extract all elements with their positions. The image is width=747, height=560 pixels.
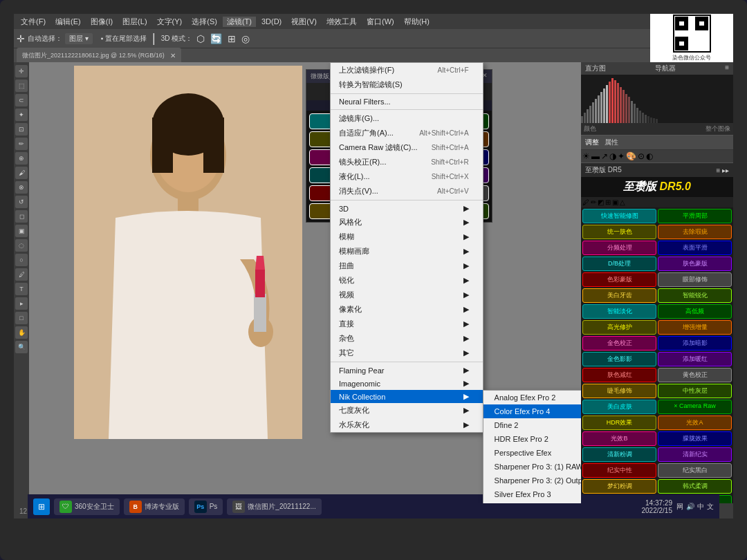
move-tool[interactable]: ✛ — [15, 65, 28, 77]
network-icon[interactable]: 网 — [676, 502, 683, 512]
dr5-btn-1[interactable]: 平滑周部 — [658, 209, 732, 223]
document-tab[interactable]: 微信图片_20211222180612.jpg @ 12.5% (RGB/16)… — [17, 48, 181, 63]
menu-item-flaming[interactable]: Flaming Pear▶ — [331, 364, 483, 377]
menu-item-last-filter[interactable]: 上次滤镜操作(F) Alt+Ctrl+F — [331, 63, 483, 77]
dr5-btn-23[interactable]: 中性灰层 — [658, 384, 732, 398]
curves-icon[interactable]: ↗ — [601, 151, 608, 161]
eyedropper-tool[interactable]: ✏ — [15, 138, 28, 150]
dr5-btn-12[interactable]: 智能淡化 — [582, 304, 656, 319]
dr5-btn-29[interactable]: 朦胧效果 — [658, 431, 732, 446]
text-tool[interactable]: T — [15, 283, 28, 295]
history-tool[interactable]: ↺ — [15, 196, 28, 208]
gradient-tool[interactable]: ▣ — [15, 225, 28, 237]
colorbalance-icon[interactable]: ⊙ — [638, 151, 645, 161]
start-button[interactable]: ⊞ — [33, 498, 50, 515]
menu-item-imagenomic[interactable]: Imagenomic▶ — [331, 377, 483, 390]
nik-analog[interactable]: Analog Efex Pro 2 — [483, 391, 581, 404]
dr5-btn-19[interactable]: 添加暖红 — [658, 352, 732, 366]
dr5-btn-25[interactable]: × Camera Raw — [658, 400, 732, 414]
menu-item-nik[interactable]: Nik Collection ▶ Analog Efex Pro 2 Color… — [331, 390, 483, 403]
menu-item-camera-raw[interactable]: Camera Raw 滤镜(C)... Shift+Ctrl+A — [331, 140, 483, 155]
dr5-tool-4[interactable]: ⊞ — [605, 198, 611, 206]
move-tool-icon[interactable]: ✛ — [17, 33, 25, 44]
levels-icon[interactable]: ▬ — [591, 151, 600, 161]
dr5-btn-31[interactable]: 清新纪实 — [658, 447, 732, 462]
menu-select[interactable]: 选择(S) — [187, 17, 221, 27]
dr5-btn-15[interactable]: 增强增量 — [658, 320, 732, 335]
menu-type[interactable]: 文字(Y) — [153, 17, 187, 27]
clone-tool[interactable]: ⊗ — [15, 181, 28, 194]
input-method-icon[interactable]: 中 — [697, 502, 704, 512]
taskbar-360[interactable]: 🛡 360安全卫士 — [54, 498, 120, 515]
dodge-tool[interactable]: ○ — [15, 254, 28, 266]
lang-icon[interactable]: 文 — [707, 502, 714, 512]
dr5-btn-11[interactable]: 智能锐化 — [658, 288, 732, 303]
menu-image[interactable]: 图像(I) — [86, 17, 117, 27]
dr5-btn-9[interactable]: 眼部修饰 — [658, 272, 732, 287]
path-select-tool[interactable]: ▸ — [15, 297, 28, 310]
dr5-btn-4[interactable]: 分频处理 — [582, 241, 656, 255]
dr5-tool-2[interactable]: ✏ — [591, 198, 596, 206]
menu-3d[interactable]: 3D(D) — [257, 17, 286, 26]
menu-item-direct[interactable]: 直接▶ — [331, 317, 483, 331]
nik-perspective[interactable]: Perspective Efex — [483, 446, 581, 460]
doc-close-icon[interactable]: ✕ — [170, 52, 176, 59]
exposure-icon[interactable]: ◑ — [609, 151, 616, 161]
hand-tool[interactable]: ✋ — [15, 326, 28, 339]
menu-item-3d[interactable]: 3D▶ — [331, 202, 483, 215]
magic-wand-tool[interactable]: ✦ — [15, 109, 28, 121]
adjustments-tab[interactable]: 调整 — [585, 138, 599, 147]
menu-item-blur[interactable]: 模糊▶ — [331, 230, 483, 244]
hsl-icon[interactable]: 🎨 — [626, 151, 636, 161]
lasso-tool[interactable]: ⊂ — [15, 94, 28, 106]
3d-icon2[interactable]: 🔄 — [210, 33, 222, 44]
menu-item-other[interactable]: 其它▶ — [331, 346, 483, 360]
dr5-btn-20[interactable]: 肤色减红 — [582, 368, 656, 382]
menu-plugins[interactable]: 增效工具 — [322, 17, 361, 27]
brush-tool[interactable]: 🖌 — [15, 167, 28, 179]
histogram-menu[interactable]: ≡ — [725, 64, 729, 73]
layer-select[interactable]: 图层 ▾ — [65, 33, 93, 44]
3d-icon1[interactable]: ⬡ — [196, 33, 205, 44]
dr5-tool-6[interactable]: △ — [620, 198, 625, 206]
dr5-btn-2[interactable]: 统一肤色 — [582, 225, 656, 239]
dr5-btn-16[interactable]: 金色校正 — [582, 336, 656, 351]
dr5-btn-32[interactable]: 纪实中性 — [582, 463, 656, 478]
nik-viveza[interactable]: Viveza 3 — [483, 501, 581, 503]
menu-item-qidu[interactable]: 七度灰化▶ — [331, 403, 483, 418]
dr5-btn-26[interactable]: HDR效果 — [582, 416, 656, 430]
menu-view[interactable]: 视图(V) — [287, 17, 321, 27]
blur-tool[interactable]: ◌ — [15, 239, 28, 252]
menu-item-smart-filter[interactable]: 转换为智能滤镜(S) — [331, 77, 483, 92]
3d-icon3[interactable]: ⊞ — [228, 33, 236, 44]
eraser-tool[interactable]: ◻ — [15, 210, 28, 223]
menu-item-pixelate[interactable]: 像素化▶ — [331, 302, 483, 317]
menu-layer[interactable]: 图层(L) — [118, 17, 151, 27]
taskbar-ps[interactable]: Ps Ps — [189, 498, 223, 515]
properties-tab[interactable]: 属性 — [605, 138, 618, 147]
taskbar-image[interactable]: 🖼 微信图片_20211122... — [227, 498, 321, 515]
dr5-btn-22[interactable]: 睫毛修饰 — [582, 384, 656, 398]
heal-tool[interactable]: ⊕ — [15, 152, 28, 165]
taskbar-botao[interactable]: B 博涛专业版 — [124, 498, 185, 515]
nik-sharpener2[interactable]: Sharpener Pro 3: (2) Output Sharpener — [483, 474, 581, 487]
menu-item-vanishing-point[interactable]: 消失点(V)... Alt+Ctrl+V — [331, 184, 483, 198]
dr5-btn-8[interactable]: 色彩豪版 — [582, 272, 656, 287]
dr5-btn-0[interactable]: 快速智能修图 — [582, 209, 656, 223]
dr5-btn-3[interactable]: 去除瑕疵 — [658, 225, 732, 239]
marquee-tool[interactable]: ⬚ — [15, 80, 28, 92]
dr5-tool-3[interactable]: ◩ — [598, 198, 604, 206]
menu-help[interactable]: 帮助(H) — [400, 17, 434, 27]
dr5-btn-24[interactable]: 美白皮肤 — [582, 400, 656, 414]
nik-dfine[interactable]: Dfine 2 — [483, 418, 581, 432]
crop-tool[interactable]: ⊡ — [15, 123, 28, 136]
dr5-btn-33[interactable]: 纪实黑白 — [658, 463, 732, 478]
nik-hdr[interactable]: HDR Efex Pro 2 — [483, 432, 581, 446]
dr5-btn-28[interactable]: 光效B — [582, 431, 656, 446]
brightness-icon[interactable]: ☀ — [582, 151, 590, 161]
dr5-tool-5[interactable]: ▣ — [612, 198, 618, 206]
menu-edit[interactable]: 编辑(E) — [51, 17, 85, 27]
dr5-panel-controls[interactable]: ≡ ▸▸ — [716, 167, 729, 174]
menu-file[interactable]: 文件(F) — [17, 17, 50, 27]
menu-item-filter-gallery[interactable]: 滤镜库(G)... — [331, 111, 483, 126]
